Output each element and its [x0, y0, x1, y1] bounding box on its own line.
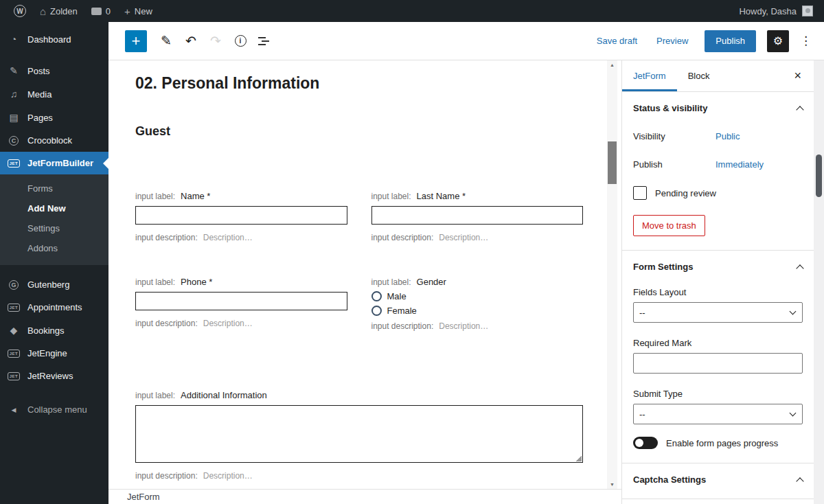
media-icon: ♫ [7, 89, 21, 100]
comments-link[interactable]: 0 [84, 0, 117, 22]
posts-icon: ✎ [7, 65, 21, 76]
sidebar-item-pages[interactable]: ▤ Pages [0, 106, 108, 129]
account-menu[interactable]: Howdy, Dasha [739, 5, 817, 16]
panel-title: Status & visibility [633, 103, 707, 113]
gender-option-female[interactable]: Female [371, 306, 584, 316]
submenu-item-addons[interactable]: Addons [0, 238, 108, 258]
sidebar-item-appointments[interactable]: JET Appointments [0, 296, 108, 319]
field-row-2: input label: Phone * input description: … [135, 277, 583, 331]
submenu-item-forms[interactable]: Forms [0, 179, 108, 198]
gender-option-male[interactable]: Male [371, 291, 584, 301]
field-description[interactable]: Description… [439, 321, 488, 331]
move-to-trash-button[interactable]: Move to trash [633, 215, 705, 236]
sidebar-item-label: Bookings [27, 325, 64, 336]
visibility-value-link[interactable]: Public [716, 131, 740, 141]
field-description[interactable]: Description… [203, 471, 253, 481]
sidebar-item-jetreviews[interactable]: JET JetReviews [0, 365, 108, 387]
required-mark-input[interactable] [633, 353, 803, 374]
home-icon: ⌂ [40, 5, 46, 17]
sidebar-item-jetformbuilder[interactable]: JET JetFormBuilder [0, 152, 108, 174]
sidebar-item-gutenberg[interactable]: G Gutenberg [0, 273, 108, 296]
preview-button[interactable]: Preview [656, 36, 688, 46]
sidebar-item-label: Media [27, 89, 52, 100]
close-sidebar-button[interactable]: × [781, 60, 814, 91]
options-kebab-button[interactable]: ⋮ [793, 34, 819, 48]
tab-jetform[interactable]: JetForm [622, 60, 677, 91]
sidebar-item-jetengine[interactable]: JET JetEngine [0, 342, 108, 365]
pending-review-label: Pending review [655, 188, 716, 198]
jetformbuilder-submenu: Forms Add New Settings Addons [0, 174, 108, 265]
field-phone: input label: Phone * input description: … [135, 277, 347, 328]
fields-layout-select[interactable]: -- [633, 302, 803, 323]
sidebar-item-dashboard[interactable]: ◔ Dashboard [0, 27, 108, 51]
sidebar-item-posts[interactable]: ✎ Posts [0, 59, 108, 82]
phone-input[interactable] [135, 292, 347, 310]
pending-review-checkbox[interactable] [633, 186, 647, 200]
field-label[interactable]: Gender [417, 277, 446, 287]
publish-value-link[interactable]: Immediately [716, 159, 764, 170]
collapse-menu-button[interactable]: ◀ Collapse menu [0, 398, 108, 421]
list-view-button[interactable] [253, 29, 277, 54]
last-name-input[interactable] [371, 206, 584, 225]
sidebar-item-media[interactable]: ♫ Media [0, 82, 108, 106]
radio-label: Female [387, 306, 417, 316]
redo-button[interactable]: ↷ [203, 29, 228, 54]
site-link[interactable]: ⌂ Zolden [33, 0, 84, 22]
field-description[interactable]: Description… [439, 233, 488, 242]
form-settings-header[interactable]: Form Settings [633, 262, 803, 272]
canvas-scrollbar-thumb[interactable] [608, 141, 617, 184]
field-label[interactable]: Additional Information [181, 390, 267, 400]
sidebar-item-label: Appointments [27, 302, 82, 312]
scroll-up-icon[interactable]: ▲ [607, 62, 617, 67]
undo-button[interactable]: ↶ [179, 29, 203, 54]
resize-grip-icon[interactable] [575, 455, 582, 461]
form-pages-progress-toggle[interactable] [633, 437, 658, 449]
block-inserter-button[interactable]: + [125, 30, 147, 52]
sidebar-item-bookings[interactable]: ◆ Bookings [0, 319, 108, 342]
radio-icon[interactable] [371, 291, 382, 301]
submit-type-select[interactable]: -- [633, 404, 803, 424]
field-last-name: input label: Last Name * input descripti… [371, 191, 584, 242]
field-description[interactable]: Description… [203, 319, 253, 328]
name-input[interactable] [135, 206, 347, 225]
visibility-row: Visibility Public [633, 131, 803, 141]
page-scrollbar-thumb[interactable] [816, 154, 822, 197]
input-label-prefix: input label: [135, 277, 175, 287]
form-title[interactable]: 02. Personal Information [135, 74, 583, 93]
canvas-scrollbar[interactable]: ▲ ▼ [607, 60, 617, 489]
chevron-up-icon [796, 477, 803, 485]
new-content-menu[interactable]: + New [117, 0, 159, 22]
input-label-prefix: input label: [135, 391, 175, 400]
page-scrollbar[interactable] [814, 60, 824, 504]
field-label[interactable]: Phone * [181, 277, 212, 287]
inspector-tabs: JetForm Block × [622, 60, 814, 92]
status-visibility-header[interactable]: Status & visibility [633, 103, 803, 113]
tools-pencil-button[interactable]: ✎ [154, 29, 179, 54]
save-draft-button[interactable]: Save draft [597, 36, 637, 46]
scroll-down-icon[interactable]: ▼ [607, 482, 617, 487]
editor-toolbar: + ✎ ↶ ↷ i Save draft Preview Publish ⚙ ⋮ [108, 22, 824, 60]
sidebar-item-crocoblock[interactable]: C Crocoblock [0, 129, 108, 152]
additional-info-textarea[interactable] [135, 405, 583, 463]
radio-icon[interactable] [371, 306, 382, 316]
site-name: Zolden [50, 6, 78, 16]
field-row-1: input label: Name * input description: D… [135, 191, 583, 242]
editor-canvas: 02. Personal Information Guest input lab… [108, 60, 621, 489]
submenu-item-add-new[interactable]: Add New [0, 198, 108, 218]
tab-block[interactable]: Block [677, 60, 721, 91]
submenu-item-settings[interactable]: Settings [0, 218, 108, 238]
form-subtitle[interactable]: Guest [135, 124, 583, 139]
field-additional-info: input label: Additional Information inpu… [135, 390, 583, 481]
block-breadcrumb[interactable]: JetForm [127, 492, 160, 502]
wordpress-menu[interactable]: W [7, 0, 33, 22]
field-label[interactable]: Name * [181, 191, 210, 201]
fields-layout-value: -- [639, 308, 645, 318]
new-label: New [135, 6, 152, 16]
publish-button[interactable]: Publish [705, 30, 756, 52]
field-label[interactable]: Last Name * [417, 191, 466, 201]
settings-gear-button[interactable]: ⚙ [767, 30, 789, 52]
details-button[interactable]: i [228, 29, 253, 54]
bookings-icon: ◆ [7, 325, 21, 336]
captcha-settings-header[interactable]: Captcha Settings [633, 474, 803, 485]
field-description[interactable]: Description… [203, 233, 253, 242]
